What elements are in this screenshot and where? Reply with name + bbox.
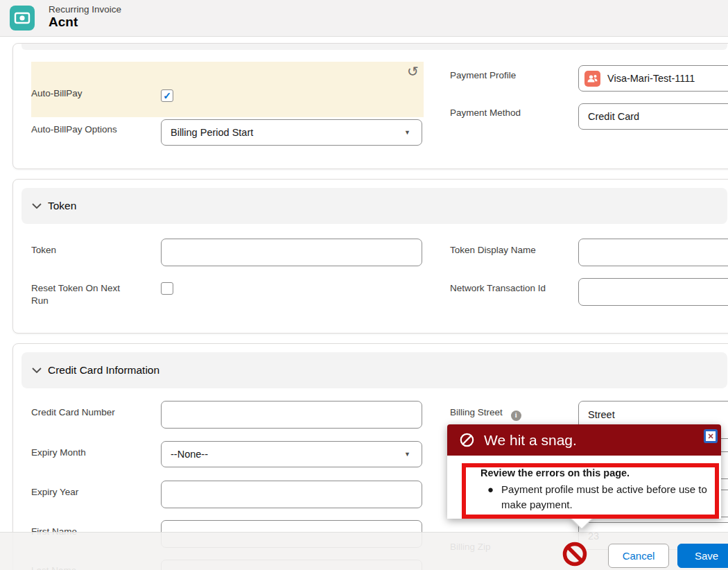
auto-billpay-checkbox[interactable]: ✓ — [161, 89, 173, 102]
info-icon[interactable]: i — [511, 411, 521, 421]
error-popup-body: Review the errors on this page. ● Paymen… — [447, 456, 721, 519]
error-heading: Review the errors on this page. — [480, 467, 630, 478]
error-popup-title: We hit a snag. — [484, 432, 577, 449]
recurring-invoice-edit-page: Recurring Invoice Acnt ↺ Auto-BillPay ✓ … — [0, 0, 728, 570]
expiry-month-value: --None-- — [171, 449, 208, 460]
expiry-year-label: Expiry Year — [31, 486, 78, 499]
error-message: Payment profile must be active before us… — [501, 482, 716, 512]
billing-street-label-text: Billing Street — [450, 407, 503, 417]
ban-icon — [459, 432, 475, 448]
error-popup: We hit a snag. ✕ Review the errors on th… — [447, 424, 721, 519]
token-display-name-input[interactable] — [578, 239, 728, 266]
token-display-name-label: Token Display Name — [450, 244, 536, 257]
token-card: Token Token Token Display Name Reset Tok… — [12, 179, 728, 334]
save-button[interactable]: Save — [677, 544, 728, 568]
billing-street-label: Billing Street i — [450, 406, 521, 421]
undo-icon[interactable]: ↺ — [407, 64, 419, 78]
recurring-invoice-icon — [10, 6, 35, 31]
credit-card-section-header[interactable]: Credit Card Information — [21, 352, 727, 388]
chevron-down-icon: ▼ — [404, 451, 410, 458]
chevron-down-icon — [32, 203, 42, 209]
scrolled-section-bar — [21, 44, 727, 50]
expiry-month-select[interactable]: --None-- ▼ — [161, 441, 422, 467]
payment-method-label: Payment Method — [450, 107, 521, 119]
expiry-year-input[interactable] — [161, 481, 422, 508]
action-footer: Cancel Save — [0, 532, 728, 570]
cash-bill-icon — [10, 6, 34, 30]
error-popup-header: We hit a snag. ✕ — [447, 424, 721, 456]
token-section-title: Token — [48, 200, 76, 212]
payment-method-value: Credit Card — [588, 111, 639, 122]
close-icon[interactable]: ✕ — [704, 429, 718, 443]
error-list-item: ● Payment profile must be active before … — [487, 482, 716, 512]
auto-billpay-options-select[interactable]: Billing Period Start ▼ — [161, 119, 422, 146]
credit-card-section-title: Credit Card Information — [48, 364, 159, 377]
billpay-card: ↺ Auto-BillPay ✓ Auto-BillPay Options Bi… — [12, 43, 728, 169]
token-label: Token — [31, 244, 56, 257]
payment-profile-lookup[interactable]: Visa-Mari-Test-1111 — [578, 65, 728, 92]
credit-card-number-label: Credit Card Number — [31, 406, 115, 419]
contact-avatar-icon — [584, 71, 600, 87]
reset-token-label: Reset Token On Next Run — [31, 282, 135, 307]
billing-street-value: Street — [588, 409, 615, 420]
chevron-down-icon: ▼ — [404, 129, 410, 136]
auto-billpay-options-label: Auto-BillPay Options — [31, 123, 117, 136]
auto-billpay-options-value: Billing Period Start — [171, 127, 253, 138]
payment-profile-value: Visa-Mari-Test-1111 — [607, 73, 695, 84]
expiry-month-label: Expiry Month — [31, 447, 86, 459]
token-input[interactable] — [161, 239, 422, 266]
checkmark-icon: ✓ — [163, 91, 171, 101]
changed-field-highlight — [31, 62, 424, 117]
network-transaction-id-input[interactable] — [578, 278, 728, 306]
reset-token-checkbox[interactable] — [161, 282, 173, 295]
record-name-title: Acnt — [49, 15, 78, 30]
bullet-icon: ● — [487, 482, 494, 512]
token-section-header[interactable]: Token — [21, 188, 727, 224]
auto-billpay-label: Auto-BillPay — [31, 87, 83, 100]
cancel-button[interactable]: Cancel — [608, 544, 669, 568]
not-allowed-cursor-icon — [562, 541, 588, 570]
credit-card-number-input[interactable] — [161, 401, 422, 429]
object-type-label: Recurring Invoice — [49, 4, 121, 15]
chevron-down-icon — [32, 368, 42, 373]
network-transaction-id-label: Network Transaction Id — [450, 282, 555, 295]
payment-method-field[interactable]: Credit Card — [578, 103, 728, 130]
page-header: Recurring Invoice Acnt — [0, 0, 728, 37]
payment-profile-label: Payment Profile — [450, 69, 516, 82]
